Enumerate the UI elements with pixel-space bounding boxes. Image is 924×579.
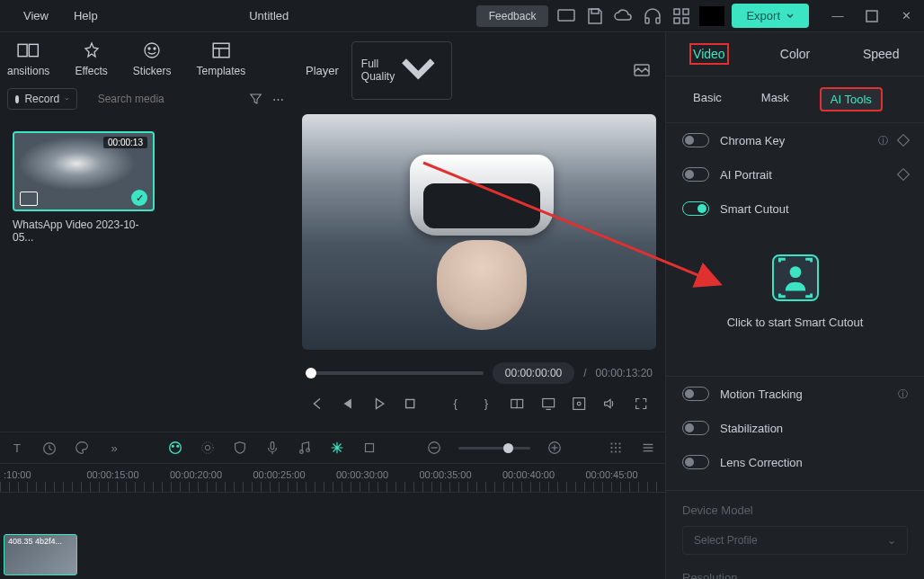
svg-point-31: [172, 445, 173, 447]
zoom-in-icon[interactable]: [546, 440, 563, 456]
media-item[interactable]: 00:00:13 ✓ WhatsApp Video 2023-10-05...: [13, 131, 155, 244]
player-preview[interactable]: [302, 114, 656, 350]
timeline: T » :10:00 00:00:15:00 00:00:20:00 00:00…: [0, 432, 665, 579]
headphones-icon[interactable]: [642, 5, 663, 27]
record-dot-icon: [15, 95, 19, 103]
play-back-icon[interactable]: [340, 395, 356, 413]
toggle-smart-cutout[interactable]: [682, 201, 709, 216]
resolution-label: Resolution: [682, 571, 908, 579]
tab-video[interactable]: Video: [666, 32, 752, 76]
effects-tl-icon[interactable]: [329, 440, 345, 456]
svg-rect-14: [213, 43, 229, 58]
snapshot-icon[interactable]: [631, 59, 653, 81]
subtab-ai-tools[interactable]: AI Tools: [820, 87, 883, 111]
grid-icon[interactable]: [671, 5, 692, 27]
svg-rect-23: [542, 398, 554, 406]
export-button[interactable]: Export: [732, 4, 809, 28]
stop-icon[interactable]: [402, 395, 418, 413]
prev-frame-icon[interactable]: [309, 395, 325, 413]
mic-icon[interactable]: [264, 440, 280, 456]
search-box[interactable]: [84, 88, 241, 110]
palette-icon[interactable]: [74, 440, 90, 456]
focus-icon[interactable]: [571, 395, 587, 413]
zoom-slider[interactable]: [458, 447, 530, 450]
cloud-icon[interactable]: [613, 5, 635, 27]
subtab-basic[interactable]: Basic: [684, 87, 731, 111]
svg-rect-10: [30, 44, 39, 56]
screen-icon[interactable]: [555, 5, 577, 27]
transitions-icon: [17, 41, 39, 59]
tab-color[interactable]: Color: [752, 32, 839, 76]
toggle-motion-tracking[interactable]: [682, 387, 709, 401]
time-ruler[interactable]: :10:00 00:00:15:00 00:00:20:00 00:00:25:…: [0, 463, 665, 482]
maximize-icon[interactable]: [861, 5, 883, 27]
tab-speed[interactable]: Speed: [838, 32, 924, 76]
smart-cutout-button[interactable]: [772, 254, 819, 301]
close-icon[interactable]: ✕: [895, 5, 917, 27]
minimize-icon[interactable]: —: [827, 5, 848, 27]
keyframe-icon[interactable]: [897, 168, 910, 181]
toggle-lens-correction[interactable]: [682, 455, 709, 469]
list-view-icon[interactable]: [640, 440, 656, 456]
toggle-stabilization[interactable]: [682, 421, 709, 435]
mark-in-icon[interactable]: {: [447, 395, 463, 413]
tab-templates[interactable]: Templates: [197, 41, 246, 77]
device-model-label: Device Model: [682, 503, 908, 517]
play-icon[interactable]: [371, 395, 387, 413]
feedback-button[interactable]: Feedback: [476, 5, 549, 27]
sun-icon[interactable]: [200, 440, 216, 456]
zoom-out-icon[interactable]: [426, 440, 442, 456]
toggle-chroma-key[interactable]: [682, 133, 709, 147]
svg-rect-9: [19, 44, 28, 56]
text-tool-icon[interactable]: T: [9, 440, 25, 456]
timeline-clip[interactable]: 408.35 4b2f4...: [4, 534, 77, 575]
shield-icon[interactable]: [232, 440, 248, 456]
mark-out-icon[interactable]: }: [478, 395, 494, 413]
svg-point-36: [300, 450, 304, 454]
svg-rect-44: [611, 443, 613, 445]
crop-tl-icon[interactable]: [361, 440, 378, 456]
media-tabs: ansitions Effects Stickers Templates: [0, 32, 293, 83]
time-separator: /: [583, 367, 586, 379]
ratio-icon[interactable]: [509, 395, 525, 413]
more-tools-icon[interactable]: »: [106, 440, 122, 456]
templates-icon: [211, 41, 231, 59]
svg-point-13: [154, 48, 155, 49]
display-icon[interactable]: [540, 395, 556, 413]
toggle-ai-portrait[interactable]: [682, 167, 709, 182]
quality-dropdown[interactable]: Full Quality: [351, 41, 452, 100]
media-thumbnail[interactable]: 00:00:13 ✓: [13, 131, 155, 211]
info-icon[interactable]: ⓘ: [878, 134, 888, 147]
scrubber[interactable]: [306, 371, 484, 375]
svg-point-33: [205, 445, 209, 450]
tab-effects[interactable]: Effects: [75, 41, 107, 77]
keyframe-icon[interactable]: [897, 134, 910, 147]
svg-rect-8: [866, 11, 877, 22]
player-label: Player: [306, 64, 339, 77]
svg-rect-0: [558, 10, 574, 21]
grid-view-icon[interactable]: [608, 440, 624, 456]
svg-rect-50: [611, 451, 613, 453]
record-button[interactable]: Record: [7, 88, 77, 110]
clip-duration: 00:00:13: [103, 137, 147, 148]
svg-point-11: [145, 43, 159, 58]
svg-rect-5: [683, 9, 689, 14]
info-icon[interactable]: ⓘ: [898, 387, 908, 401]
svg-point-32: [177, 445, 179, 447]
svg-rect-52: [619, 451, 621, 453]
filter-icon[interactable]: [248, 88, 263, 110]
timer-icon[interactable]: [41, 440, 58, 456]
stickers-icon: [143, 41, 161, 59]
subtab-mask[interactable]: Mask: [752, 87, 798, 111]
menu-view[interactable]: View: [23, 9, 49, 22]
volume-icon[interactable]: [601, 395, 617, 413]
svg-rect-1: [591, 9, 599, 13]
fullscreen-icon[interactable]: [633, 395, 649, 413]
music-icon[interactable]: [297, 440, 313, 456]
save-icon[interactable]: [584, 5, 606, 27]
search-input[interactable]: [98, 93, 233, 105]
ai-active-icon[interactable]: [167, 440, 183, 456]
tab-transitions[interactable]: ansitions: [7, 41, 49, 77]
more-icon[interactable]: ⋯: [271, 88, 286, 110]
tab-stickers[interactable]: Stickers: [133, 41, 172, 77]
